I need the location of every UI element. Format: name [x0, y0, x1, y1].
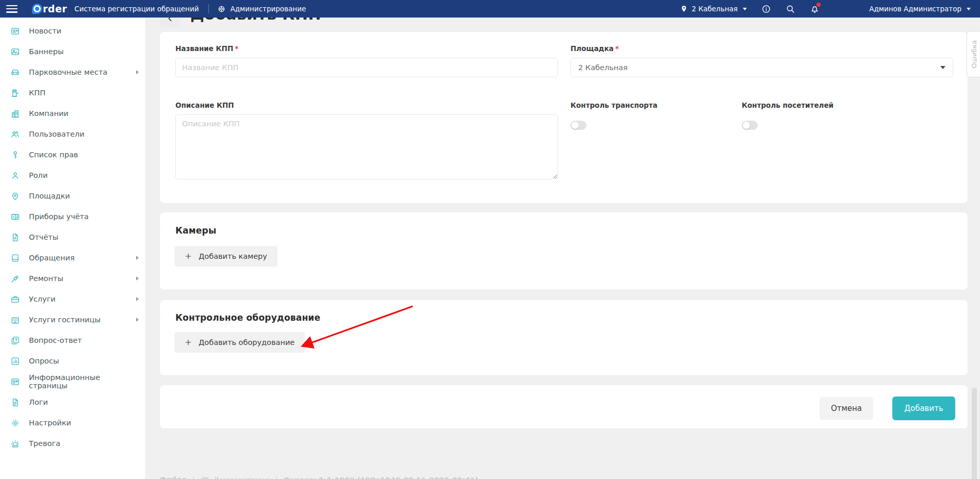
sidebar-item[interactable]: Компании — [0, 103, 145, 124]
user-name: Админов Администратор — [869, 5, 961, 13]
book-icon — [201, 476, 209, 479]
sidebar-item[interactable]: Новости — [0, 21, 145, 41]
add-camera-button[interactable]: Добавить камеру — [174, 246, 277, 267]
sidebar-item-label: Тревога — [29, 439, 60, 448]
sidebar-item[interactable]: Список прав — [0, 144, 145, 165]
users-icon — [10, 129, 20, 139]
site-select-value: 2 Кабельная — [578, 63, 628, 72]
sidebar-item-label: Баннеры — [29, 47, 63, 56]
search-button[interactable] — [786, 4, 795, 14]
equipment-card: Контрольное оборудование Добавить оборуд… — [160, 300, 968, 375]
roles-icon — [10, 171, 20, 180]
header-divider — [208, 4, 209, 13]
back-button[interactable] — [160, 18, 181, 28]
documentation-link[interactable]: Документация — [201, 476, 269, 479]
appeals-icon — [10, 253, 20, 263]
footer-brand: rder — [160, 475, 186, 479]
main-content: Добавить КПП Название КПП* Площадка* 2 К… — [146, 18, 980, 479]
sidebar-item-label: Отчёты — [29, 233, 58, 241]
sidebar-item-label: Пользователи — [29, 130, 85, 138]
sidebar-item[interactable]: Баннеры — [0, 41, 145, 62]
notification-dot — [816, 3, 821, 7]
app-root: rder Система регистрации обращений Админ… — [0, 0, 980, 479]
site-select[interactable]: 2 Кабельная — [570, 58, 953, 77]
sidebar-item-label: Настройки — [29, 419, 71, 427]
notifications-bell-button[interactable] — [810, 4, 820, 14]
sidebar-item[interactable]: Услуги гостиницы — [0, 309, 145, 330]
brand-text: rder — [43, 3, 67, 14]
sidebar-item[interactable]: Логи — [0, 392, 145, 412]
location-selector[interactable]: 2 Кабельная — [680, 5, 747, 13]
reports-icon — [10, 233, 20, 242]
chevron-down-icon — [940, 66, 945, 69]
add-equipment-button[interactable]: Добавить оборудование — [174, 332, 305, 353]
sidebar-item[interactable]: Вопрос-ответ — [0, 330, 145, 351]
error-feedback-tab[interactable]: Ошибка — [967, 31, 980, 77]
logo-pin-icon — [32, 4, 42, 14]
sidebar-item[interactable]: Роли — [0, 165, 145, 186]
hamburger-menu-icon[interactable] — [6, 5, 18, 13]
user-menu[interactable]: Админов Администратор — [869, 5, 971, 13]
sidebar-item[interactable]: Информационные страницы — [0, 371, 145, 392]
info-pages-icon — [10, 377, 20, 387]
sidebar-item-label: Список прав — [29, 151, 78, 159]
location-pin-icon — [680, 5, 688, 12]
required-mark: * — [615, 44, 619, 53]
cameras-heading: Камеры — [175, 225, 217, 236]
repairs-icon — [10, 274, 20, 284]
sidebar-item-label: Компании — [29, 109, 69, 118]
sidebar-item[interactable]: Площадки — [0, 186, 145, 206]
sidebar-item[interactable]: Отчёты — [0, 227, 145, 247]
top-header: rder Система регистрации обращений Админ… — [0, 0, 980, 18]
chevron-down-icon — [743, 8, 747, 10]
kpp-description-textarea[interactable] — [175, 114, 558, 179]
hotel-services-icon — [10, 315, 20, 325]
companies-icon — [10, 109, 20, 119]
sidebar-item-label: Опросы — [29, 357, 59, 365]
sidebar-item[interactable]: Тревога — [0, 433, 145, 454]
transport-control-toggle[interactable] — [570, 121, 586, 130]
meters-icon — [10, 212, 20, 222]
sidebar-item-label: Парковочные места — [29, 68, 107, 76]
sidebar-item-label: Новости — [29, 27, 61, 35]
sidebar-item-label: Информационные страницы — [29, 373, 139, 390]
sidebar-item[interactable]: Обращения — [0, 247, 145, 268]
scrollbar-thumb[interactable] — [972, 388, 977, 479]
chevron-right-icon — [136, 297, 139, 301]
chevron-right-icon — [136, 276, 139, 280]
logs-icon — [10, 398, 20, 407]
brand-logo[interactable]: rder — [32, 3, 67, 14]
admin-section[interactable]: Администрирование — [217, 5, 306, 13]
sidebar-item[interactable]: Пользователи — [0, 124, 145, 144]
cameras-card: Камеры Добавить камеру — [160, 212, 968, 290]
cancel-button[interactable]: Отмена — [820, 397, 873, 420]
chevron-down-icon — [967, 8, 971, 10]
helm-icon — [217, 5, 226, 13]
info-button[interactable] — [761, 4, 771, 14]
sidebar-item-label: Приборы учёта — [29, 212, 89, 221]
sidebar: Новости Баннеры Парковочные места КПП Ко… — [0, 18, 146, 479]
sidebar-item[interactable]: Настройки — [0, 412, 145, 433]
sidebar-item-label: Роли — [29, 171, 47, 179]
sidebar-item[interactable]: Ремонты — [0, 268, 145, 289]
visitors-control-toggle[interactable] — [742, 121, 758, 130]
sidebar-item-label: Площадки — [29, 192, 70, 200]
location-label: 2 Кабельная — [692, 5, 738, 13]
page-footer: rder | Документация | Версия: 1.1.1903 (… — [160, 475, 478, 479]
version-label: Версия: 1.1.1903 (198a1540-29.11.2023-09… — [284, 476, 479, 479]
sidebar-item[interactable]: Приборы учёта — [0, 206, 145, 227]
sidebar-item[interactable]: Парковочные места — [0, 62, 145, 82]
submit-button[interactable]: Добавить — [892, 397, 955, 420]
sidebar-item[interactable]: КПП — [0, 82, 145, 103]
surveys-icon — [10, 356, 20, 366]
admin-section-label: Администрирование — [231, 5, 306, 13]
kpp-name-input[interactable] — [175, 58, 558, 77]
sidebar-item-label: Услуги гостиницы — [29, 316, 101, 324]
sidebar-item[interactable]: Услуги — [0, 289, 145, 309]
actions-card: Отмена Добавить — [160, 385, 968, 428]
visitors-control-label: Контроль посетителей — [742, 101, 834, 109]
sidebar-item[interactable]: Опросы — [0, 351, 145, 371]
transport-control-label: Контроль транспорта — [570, 101, 658, 109]
sites-icon — [10, 191, 20, 201]
sidebar-item-label: Услуги — [29, 295, 56, 303]
